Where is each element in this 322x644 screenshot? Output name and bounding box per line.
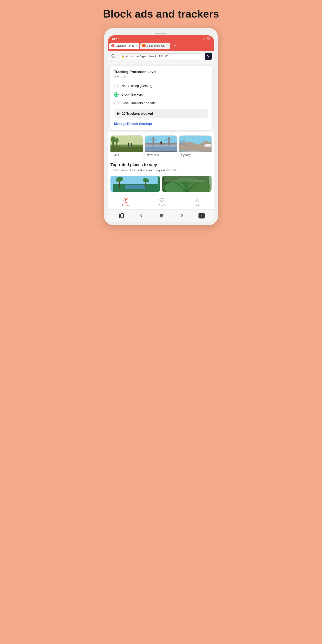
radio-block-trackers[interactable] (114, 92, 118, 97)
nav-label-login: Log in (194, 204, 200, 206)
manage-default-settings-link[interactable]: Manage Default Settings (114, 122, 208, 126)
svg-rect-48 (164, 176, 209, 182)
phone-shell: 14:18 (104, 28, 218, 226)
url-pill[interactable]: 🔒 airbnb.com/?irgwc=1&irclid=2SJz%3 (118, 54, 203, 59)
svg-point-28 (160, 142, 162, 143)
svg-point-34 (206, 144, 212, 146)
svg-rect-0 (202, 39, 202, 40)
section-title: Top-rated places to stay (110, 162, 212, 167)
city-image-sydney (179, 136, 212, 152)
option-block-trackers-ads[interactable]: Block Trackers and Ads (114, 99, 208, 108)
tab-airbnb[interactable]: ✦ Vacation Renta ✕ (109, 42, 140, 49)
forward-button[interactable] (178, 212, 186, 219)
apps-grid-button[interactable] (158, 212, 165, 219)
svg-point-53 (161, 214, 162, 215)
city-card-paris[interactable]: Paris (110, 136, 143, 158)
svg-rect-6 (110, 145, 143, 152)
popup-domain: airbnb.com (114, 75, 208, 78)
svg-point-57 (162, 215, 163, 216)
svg-point-55 (160, 215, 161, 216)
svg-rect-15 (131, 145, 132, 147)
vivaldi-button[interactable]: V (204, 52, 212, 60)
city-image-newyork (145, 136, 177, 152)
back-button[interactable] (138, 212, 145, 219)
city-card-sydney[interactable]: Sydney (179, 136, 212, 158)
nav-item-login[interactable]: Log in (194, 198, 200, 206)
svg-rect-27 (145, 146, 177, 151)
tab-electronics-title: Electronics, Ca (147, 44, 164, 47)
option-no-blocking[interactable]: No Blocking (Default) (114, 82, 208, 90)
sidebar-button[interactable] (118, 212, 125, 219)
svg-point-9 (111, 136, 115, 143)
tabs-count-badge[interactable]: 2 (198, 213, 204, 218)
tab-electronics-close[interactable]: ✕ (166, 44, 168, 47)
popup-title: Tracking Protection Level (114, 70, 208, 74)
tab-airbnb-title: Vacation Renta (116, 44, 134, 47)
svg-rect-50 (118, 214, 121, 218)
svg-point-4 (208, 40, 209, 40)
svg-rect-51 (121, 214, 124, 218)
nav-item-saved[interactable]: Saved (158, 198, 165, 206)
svg-point-56 (161, 215, 162, 216)
svg-rect-29 (160, 143, 162, 144)
page-wrapper: Block ads and trackers 14:18 (80, 8, 242, 226)
tab-airbnb-close[interactable]: ✕ (135, 44, 137, 47)
notch-bar (108, 32, 214, 35)
nav-item-explore[interactable]: Explore (122, 198, 130, 206)
svg-rect-5 (110, 136, 143, 152)
electronics-favicon: 🛍 (142, 44, 146, 47)
city-cards-row: Paris (110, 136, 212, 158)
phone-inner: 14:18 (108, 35, 214, 222)
heart-icon (159, 198, 165, 203)
svg-rect-2 (204, 38, 204, 40)
svg-rect-35 (180, 142, 182, 145)
status-bar: 14:18 (108, 35, 214, 42)
shield-button[interactable] (110, 53, 116, 60)
svg-rect-13 (128, 145, 129, 148)
svg-point-60 (162, 216, 163, 217)
nav-label-explore: Explore (122, 204, 130, 206)
url-bar-row: 🔒 airbnb.com/?irgwc=1&irclid=2SJz%3 V (108, 51, 214, 62)
radio-no-blocking[interactable] (114, 84, 118, 88)
svg-point-58 (160, 216, 161, 217)
trackers-blocked-row[interactable]: 10 Trackers blocked (114, 109, 208, 118)
tab-electronics[interactable]: 🛍 Electronics, Ca ✕ (140, 42, 170, 49)
svg-rect-21 (152, 137, 154, 146)
label-block-trackers: Block Trackers (122, 93, 143, 96)
svg-point-54 (162, 214, 163, 215)
airbnb-favicon: ✦ (111, 44, 114, 47)
lock-icon: 🔒 (121, 55, 124, 58)
svg-point-12 (128, 143, 130, 145)
svg-rect-22 (168, 137, 170, 146)
app-bottom-nav: Explore Saved (108, 195, 214, 209)
property-row (110, 176, 212, 192)
svg-rect-16 (121, 146, 132, 147)
svg-point-59 (161, 216, 162, 217)
browser-bottom-bar: 2 (108, 209, 214, 222)
status-time: 14:18 (112, 37, 120, 41)
radio-block-trackers-ads[interactable] (114, 101, 118, 105)
wifi-icon (207, 37, 210, 41)
label-no-blocking: No Blocking (Default) (122, 84, 152, 88)
svg-rect-43 (125, 185, 146, 189)
nav-label-saved: Saved (158, 204, 165, 206)
svg-rect-36 (183, 140, 185, 145)
svg-point-49 (196, 199, 198, 200)
status-right (202, 37, 210, 41)
svg-point-52 (160, 214, 161, 215)
expand-arrow-icon (118, 112, 120, 115)
city-name-sydney: Sydney (179, 152, 212, 158)
svg-rect-7 (110, 146, 143, 151)
option-block-trackers[interactable]: Block Trackers (114, 90, 208, 99)
popup-backdrop: Tracking Protection Level airbnb.com No … (108, 62, 214, 132)
property-thumb-1[interactable] (110, 176, 160, 192)
signal-icon (202, 37, 206, 41)
explore-icon (123, 198, 129, 203)
property-thumb-2[interactable] (162, 176, 212, 192)
browser-content: Paris (108, 132, 214, 195)
city-card-newyork[interactable]: New York (145, 136, 177, 158)
add-tab-button[interactable]: + (172, 42, 178, 49)
svg-point-11 (115, 138, 118, 143)
content-gap (108, 130, 214, 132)
svg-point-14 (131, 143, 132, 145)
